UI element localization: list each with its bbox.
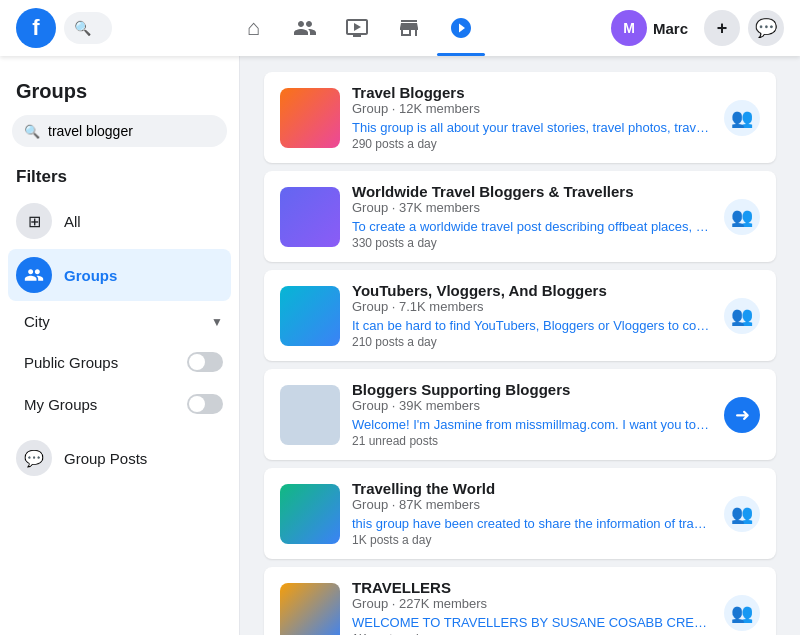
my-groups-toggle[interactable]	[187, 394, 223, 414]
nav-groups-btn[interactable]	[437, 4, 485, 52]
group-card: Worldwide Travel Bloggers & Travellers G…	[264, 171, 776, 262]
user-avatar: M	[611, 10, 647, 46]
group-activity: 1K posts a day	[352, 533, 712, 547]
group-info: YouTubers, Vloggers, And Bloggers Group …	[352, 282, 712, 349]
group-meta: Group · 12K members	[352, 101, 712, 116]
nav-video-btn[interactable]	[333, 4, 381, 52]
sidebar-title: Groups	[8, 72, 231, 115]
group-activity: 330 posts a day	[352, 236, 712, 250]
nav-messenger-btn[interactable]: 💬	[748, 10, 784, 46]
sub-items: City ▼ Public Groups My Groups	[16, 303, 231, 424]
group-posts-icon: 💬	[16, 440, 52, 476]
filters-label: Filters	[8, 163, 231, 195]
sidebar-item-groups[interactable]: Groups	[8, 249, 231, 301]
sub-item-public-groups[interactable]: Public Groups	[16, 342, 231, 382]
group-avatar	[280, 484, 340, 544]
nav-people-btn[interactable]	[281, 4, 329, 52]
group-desc: Welcome! I'm Jasmine from missmillmag.co…	[352, 417, 712, 432]
group-avatar	[280, 583, 340, 636]
sub-item-city[interactable]: City ▼	[16, 303, 231, 340]
nav-right: M Marc + 💬	[603, 6, 784, 50]
group-action-btn[interactable]: 👥	[724, 298, 760, 334]
nav-store-btn[interactable]	[385, 4, 433, 52]
sidebar-search[interactable]: 🔍	[12, 115, 227, 147]
group-action-btn[interactable]: 👥	[724, 595, 760, 631]
group-meta: Group · 39K members	[352, 398, 712, 413]
group-action-btn[interactable]: 👥	[724, 199, 760, 235]
sidebar-item-group-posts-label: Group Posts	[64, 450, 147, 467]
nav-user-button[interactable]: M Marc	[603, 6, 696, 50]
group-info: Worldwide Travel Bloggers & Travellers G…	[352, 183, 712, 250]
group-meta: Group · 37K members	[352, 200, 712, 215]
nav-left: f 🔍	[16, 8, 112, 48]
group-activity: 290 posts a day	[352, 137, 712, 151]
group-card: Travelling the World Group · 87K members…	[264, 468, 776, 559]
sub-item-my-groups[interactable]: My Groups	[16, 384, 231, 424]
main-content: Travel Bloggers Group · 12K members This…	[240, 56, 800, 635]
group-meta: Group · 7.1K members	[352, 299, 712, 314]
group-meta: Group · 227K members	[352, 596, 712, 611]
group-avatar	[280, 385, 340, 445]
top-nav: f 🔍 ⌂ M Marc + 💬	[0, 0, 800, 56]
group-activity: 210 posts a day	[352, 335, 712, 349]
public-groups-toggle[interactable]	[187, 352, 223, 372]
city-chevron-icon: ▼	[211, 315, 223, 329]
group-name: Travel Bloggers	[352, 84, 712, 101]
group-info: Travel Bloggers Group · 12K members This…	[352, 84, 712, 151]
nav-center: ⌂	[112, 4, 603, 52]
group-card: TRAVELLERS Group · 227K members WELCOME …	[264, 567, 776, 635]
sidebar-item-groups-label: Groups	[64, 267, 117, 284]
groups-icon	[16, 257, 52, 293]
group-card: YouTubers, Vloggers, And Bloggers Group …	[264, 270, 776, 361]
sidebar-item-all[interactable]: ⊞ All	[8, 195, 231, 247]
group-desc: It can be hard to find YouTubers, Blogge…	[352, 318, 712, 333]
group-meta: Group · 87K members	[352, 497, 712, 512]
group-avatar	[280, 88, 340, 148]
group-activity: 21 unread posts	[352, 434, 712, 448]
all-icon: ⊞	[16, 203, 52, 239]
group-card: Travel Bloggers Group · 12K members This…	[264, 72, 776, 163]
group-action-btn[interactable]: 👥	[724, 100, 760, 136]
nav-home-btn[interactable]: ⌂	[229, 4, 277, 52]
group-name: YouTubers, Vloggers, And Bloggers	[352, 282, 712, 299]
group-name: Worldwide Travel Bloggers & Travellers	[352, 183, 712, 200]
public-groups-label: Public Groups	[24, 354, 118, 371]
user-name: Marc	[653, 20, 688, 37]
group-desc: WELCOME TO TRAVELLERS BY SUSANE COSABB C…	[352, 615, 712, 630]
group-card: Bloggers Supporting Bloggers Group · 39K…	[264, 369, 776, 460]
sidebar-search-icon: 🔍	[24, 124, 40, 139]
group-name: Travelling the World	[352, 480, 712, 497]
facebook-logo: f	[16, 8, 56, 48]
search-icon: 🔍	[74, 20, 91, 36]
group-info: Bloggers Supporting Bloggers Group · 39K…	[352, 381, 712, 448]
group-avatar	[280, 286, 340, 346]
sidebar: Groups 🔍 Filters ⊞ All Groups City ▼ Pub…	[0, 56, 240, 635]
group-desc: This group is all about your travel stor…	[352, 120, 712, 135]
groups-list: Travel Bloggers Group · 12K members This…	[264, 72, 776, 635]
group-action-btn[interactable]: ➜	[724, 397, 760, 433]
group-desc: this group have been created to share th…	[352, 516, 712, 531]
group-avatar	[280, 187, 340, 247]
group-info: Travelling the World Group · 87K members…	[352, 480, 712, 547]
group-info: TRAVELLERS Group · 227K members WELCOME …	[352, 579, 712, 635]
group-action-btn[interactable]: 👥	[724, 496, 760, 532]
my-groups-label: My Groups	[24, 396, 97, 413]
group-name: Bloggers Supporting Bloggers	[352, 381, 712, 398]
group-desc: To create a worldwide travel post descri…	[352, 219, 712, 234]
city-label: City	[24, 313, 50, 330]
nav-plus-btn[interactable]: +	[704, 10, 740, 46]
sidebar-item-all-label: All	[64, 213, 81, 230]
sidebar-item-group-posts[interactable]: 💬 Group Posts	[8, 432, 231, 484]
search-wrapper: 🔍	[64, 12, 112, 44]
group-name: TRAVELLERS	[352, 579, 712, 596]
sidebar-search-input[interactable]	[48, 123, 223, 139]
